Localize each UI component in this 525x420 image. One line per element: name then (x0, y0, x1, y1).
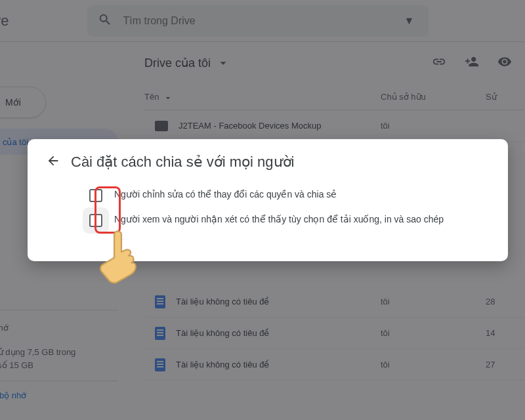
pointing-hand-icon (98, 230, 144, 289)
option-label: Người chỉnh sửa có thể thay đổi các quyề… (114, 188, 337, 201)
dialog-title: Cài đặt cách chia sẻ với mọi người (71, 154, 294, 171)
checkbox[interactable] (89, 189, 102, 202)
option-editors-change-permissions[interactable]: Người chỉnh sửa có thể thay đổi các quyề… (46, 185, 490, 210)
checkbox[interactable] (89, 214, 102, 227)
option-label: Người xem và người nhận xét có thể thấy … (114, 213, 444, 226)
share-settings-dialog: Cài đặt cách chia sẻ với mọi người Người… (28, 139, 508, 261)
back-arrow-icon[interactable] (46, 154, 60, 171)
